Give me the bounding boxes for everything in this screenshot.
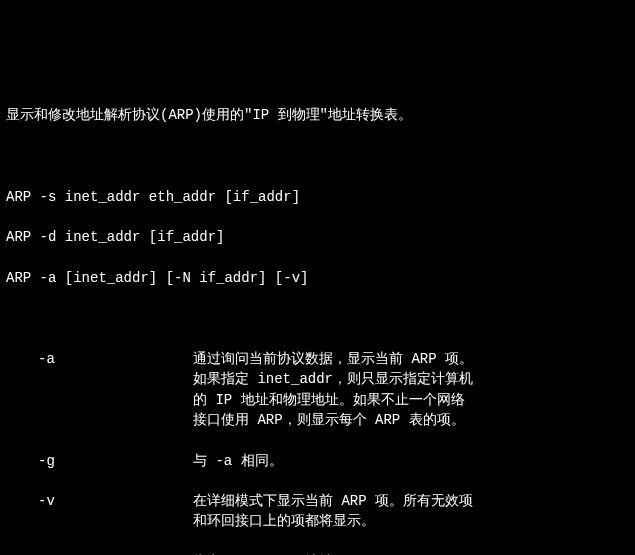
option-desc: 与 -a 相同。 bbox=[193, 451, 633, 471]
option-desc: 通过询问当前协议数据，显示当前 ARP 项。如果指定 inet_addr，则只显… bbox=[193, 349, 633, 430]
usage-line: ARP -s inet_addr eth_addr [if_addr] bbox=[6, 187, 629, 207]
option-row: -v在详细模式下显示当前 ARP 项。所有无效项和环回接口上的项都将显示。 bbox=[6, 491, 629, 532]
terminal-output: 显示和修改地址解析协议(ARP)使用的"IP 到物理"地址转换表。 ARP -s… bbox=[6, 85, 629, 555]
blank-line bbox=[6, 146, 629, 166]
option-row: -g与 -a 相同。 bbox=[6, 451, 629, 471]
header-line: 显示和修改地址解析协议(ARP)使用的"IP 到物理"地址转换表。 bbox=[6, 105, 629, 125]
option-flag: -a bbox=[38, 349, 193, 369]
usage-line: ARP -a [inet_addr] [-N if_addr] [-v] bbox=[6, 268, 629, 288]
option-flag: -v bbox=[38, 491, 193, 511]
option-desc: 在详细模式下显示当前 ARP 项。所有无效项和环回接口上的项都将显示。 bbox=[193, 491, 633, 532]
option-flag: -g bbox=[38, 451, 193, 471]
usage-line: ARP -d inet_addr [if_addr] bbox=[6, 227, 629, 247]
blank-line bbox=[6, 308, 629, 328]
option-row: -a通过询问当前协议数据，显示当前 ARP 项。如果指定 inet_addr，则… bbox=[6, 349, 629, 430]
